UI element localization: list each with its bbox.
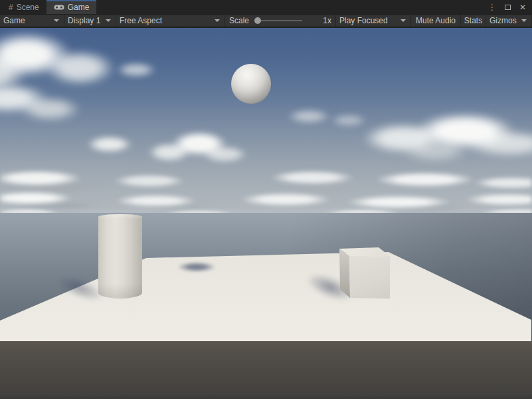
scale-slider[interactable] bbox=[254, 17, 316, 24]
chevron-down-icon bbox=[54, 19, 59, 22]
mute-audio-button[interactable]: Mute Audio bbox=[411, 15, 461, 27]
stats-button[interactable]: Stats bbox=[461, 15, 486, 27]
sphere-shadow bbox=[178, 262, 215, 272]
cloud bbox=[63, 124, 156, 164]
sky bbox=[0, 28, 532, 213]
maximize-icon[interactable] bbox=[505, 5, 511, 10]
chevron-down-icon bbox=[215, 19, 220, 22]
close-icon[interactable]: ✕ bbox=[519, 3, 526, 11]
game-view-dropdown[interactable]: Game bbox=[0, 15, 64, 27]
tab-game[interactable]: Game bbox=[46, 0, 97, 14]
gizmos-label: Gizmos bbox=[489, 16, 517, 25]
display-dropdown[interactable]: Display 1 bbox=[64, 15, 116, 27]
tab-scene-label: Scene bbox=[17, 3, 39, 12]
cloud bbox=[100, 51, 173, 88]
game-viewport[interactable] bbox=[0, 28, 532, 399]
chevron-down-icon bbox=[106, 19, 111, 22]
cylinder bbox=[98, 214, 142, 299]
window-controls: ⋮ ✕ bbox=[488, 0, 532, 14]
tab-scene[interactable]: # Scene bbox=[1, 0, 46, 14]
scene-grid-icon: # bbox=[9, 3, 13, 12]
aspect-ratio-label: Free Aspect bbox=[120, 16, 162, 25]
chevron-down-icon bbox=[521, 19, 527, 22]
floating-sphere bbox=[231, 64, 271, 104]
chevron-down-icon bbox=[400, 19, 406, 22]
scale-control: Scale 1x bbox=[225, 15, 336, 27]
cloud-band bbox=[0, 206, 532, 213]
scale-slider-track[interactable] bbox=[261, 20, 302, 21]
kebab-menu-icon[interactable]: ⋮ bbox=[488, 3, 496, 11]
scale-value: 1x bbox=[323, 16, 331, 25]
gizmos-dropdown[interactable]: Gizmos bbox=[486, 15, 532, 27]
gamepad-icon bbox=[54, 4, 64, 11]
play-focused-dropdown[interactable]: Play Focused bbox=[336, 15, 411, 27]
game-view-dropdown-label: Game bbox=[3, 16, 25, 25]
tab-game-label: Game bbox=[68, 3, 90, 12]
display-dropdown-label: Display 1 bbox=[68, 16, 100, 25]
unity-game-window: # Scene Game ⋮ ✕ Game Display 1 Free bbox=[0, 0, 532, 399]
tab-bar: # Scene Game ⋮ ✕ bbox=[0, 0, 532, 14]
scale-label: Scale bbox=[229, 16, 249, 25]
game-view-toolbar: Game Display 1 Free Aspect Scale 1x Play… bbox=[0, 14, 532, 27]
mute-audio-label: Mute Audio bbox=[416, 16, 456, 25]
stats-label: Stats bbox=[464, 16, 482, 25]
dark-foreground bbox=[0, 341, 532, 399]
scale-slider-knob[interactable] bbox=[254, 17, 261, 24]
play-focused-label: Play Focused bbox=[339, 16, 388, 25]
cube-front-face bbox=[349, 256, 390, 299]
aspect-ratio-dropdown[interactable]: Free Aspect bbox=[116, 15, 225, 27]
